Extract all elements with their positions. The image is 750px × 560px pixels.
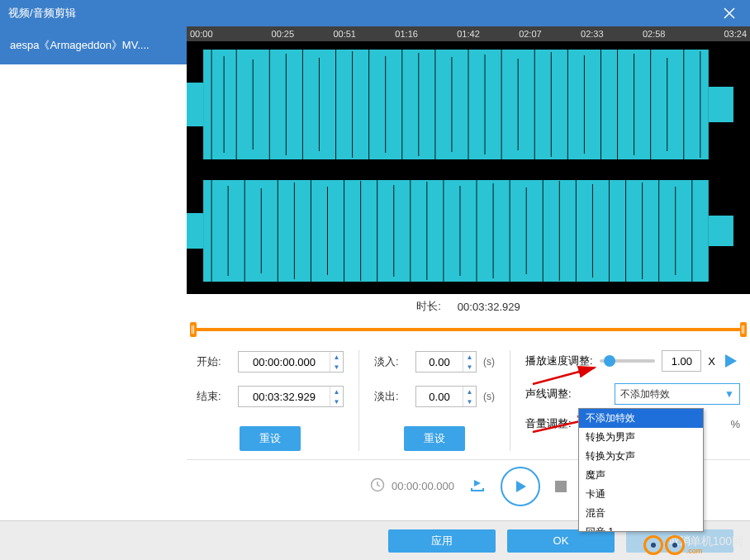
- spinner-down[interactable]: ▼: [463, 396, 476, 406]
- speed-label: 播放速度调整:: [525, 354, 593, 368]
- svg-rect-37: [203, 180, 709, 282]
- export-icon: [469, 477, 486, 493]
- spinner-down[interactable]: ▼: [463, 362, 476, 372]
- ruler-tick: 02:58: [623, 29, 685, 39]
- ruler-tick: 00:00: [190, 29, 252, 39]
- duration-value: 00:03:32.929: [458, 301, 520, 313]
- reset-time-button[interactable]: 重设: [240, 426, 301, 451]
- clock-icon: [370, 477, 385, 495]
- export-button[interactable]: [469, 477, 486, 496]
- voice-option[interactable]: 转换为男声: [579, 428, 703, 447]
- speed-x: X: [708, 355, 715, 368]
- start-time-input[interactable]: [239, 352, 330, 372]
- ruler-tick: 02:07: [499, 29, 561, 39]
- fadein-input[interactable]: [416, 352, 463, 372]
- fadeout-input[interactable]: [416, 387, 463, 406]
- voice-option[interactable]: 混音: [579, 504, 703, 523]
- duration-label: 时长:: [416, 299, 441, 314]
- chevron-down-icon: ▼: [724, 388, 734, 400]
- titlebar: 视频/音频剪辑: [0, 0, 750, 26]
- play-icon: [513, 479, 528, 494]
- spinner-down[interactable]: ▼: [330, 396, 343, 406]
- watermark: 单机100网 .com: [643, 535, 743, 555]
- ruler-tick: 00:51: [314, 29, 376, 39]
- ruler-tick: 00:25: [252, 29, 314, 39]
- end-time-input[interactable]: [239, 387, 330, 406]
- play-button[interactable]: [501, 467, 540, 506]
- voice-dropdown-list[interactable]: 不添加特效 转换为男声 转换为女声 魔声 卡通 混音 回音 1 回音 2: [578, 408, 704, 532]
- ruler-tick: 03:24: [685, 29, 747, 39]
- voice-option[interactable]: 转换为女声: [579, 447, 703, 466]
- fadeout-spinner[interactable]: ▲▼: [415, 386, 477, 407]
- sidebar: aespa《Armageddon》MV....: [0, 26, 187, 520]
- close-icon: [724, 7, 735, 19]
- voice-option[interactable]: 回音 1: [579, 523, 703, 532]
- ruler-tick: 02:33: [561, 29, 623, 39]
- ok-button[interactable]: OK: [507, 529, 615, 553]
- voice-label: 声线调整:: [525, 387, 600, 401]
- svg-marker-69: [725, 354, 737, 368]
- duration-display: 时长: 00:03:32.929: [187, 294, 750, 319]
- spinner-up[interactable]: ▲: [463, 352, 476, 362]
- fadein-spinner[interactable]: ▲▼: [415, 351, 477, 373]
- voice-option[interactable]: 卡通: [579, 485, 703, 504]
- range-track: [190, 328, 747, 331]
- range-handle-start[interactable]: [190, 322, 197, 337]
- reset-fade-button[interactable]: 重设: [404, 426, 465, 451]
- waveform-bottom: [187, 168, 750, 294]
- play-icon: [722, 352, 740, 370]
- svg-rect-1: [187, 83, 203, 126]
- fadein-unit: (s): [483, 356, 495, 368]
- speed-preview-button[interactable]: [722, 352, 740, 370]
- fadein-label: 淡入:: [374, 354, 409, 369]
- apply-button[interactable]: 应用: [388, 529, 496, 553]
- svg-rect-3: [709, 87, 733, 122]
- voice-dropdown[interactable]: 不添加特效 ▼: [615, 383, 740, 405]
- waveform-top: [187, 41, 750, 168]
- stop-button[interactable]: [555, 481, 567, 492]
- watermark-sub: .com: [686, 547, 743, 555]
- spinner-up[interactable]: ▲: [330, 387, 343, 396]
- start-label: 开始:: [197, 354, 231, 369]
- speed-slider-thumb[interactable]: [604, 355, 615, 367]
- ruler-tick: 01:42: [438, 29, 500, 39]
- end-label: 结束:: [197, 389, 231, 404]
- svg-rect-2: [203, 50, 709, 159]
- range-selector[interactable]: [190, 322, 747, 337]
- fadeout-unit: (s): [483, 391, 495, 402]
- svg-rect-38: [709, 216, 733, 246]
- end-time-spinner[interactable]: ▲▼: [238, 386, 344, 407]
- voice-option[interactable]: 魔声: [579, 466, 703, 485]
- spinner-up[interactable]: ▲: [463, 387, 476, 396]
- voice-option[interactable]: 不添加特效: [579, 409, 703, 428]
- sidebar-item-track[interactable]: aespa《Armageddon》MV....: [0, 26, 187, 64]
- start-time-spinner[interactable]: ▲▼: [238, 351, 344, 373]
- ruler-tick: 01:16: [376, 29, 438, 39]
- speed-input[interactable]: [662, 350, 701, 372]
- spinner-up[interactable]: ▲: [330, 352, 343, 362]
- fadeout-label: 淡出:: [374, 389, 409, 404]
- window-title: 视频/音频剪辑: [8, 6, 76, 21]
- spinner-down[interactable]: ▼: [330, 362, 343, 372]
- volume-percent: %: [730, 418, 740, 430]
- svg-rect-36: [187, 213, 203, 249]
- range-handle-end[interactable]: [740, 322, 747, 337]
- speed-slider[interactable]: [600, 359, 656, 363]
- svg-marker-72: [516, 481, 526, 492]
- playback-time-value: 00:00:00.000: [392, 480, 454, 492]
- close-button[interactable]: [717, 1, 742, 26]
- svg-marker-71: [474, 480, 481, 486]
- watermark-text: 单机100网: [690, 535, 743, 547]
- waveform-display[interactable]: [187, 41, 750, 294]
- voice-selected: 不添加特效: [620, 387, 670, 401]
- time-ruler[interactable]: 00:00 00:25 00:51 01:16 01:42 02:07 02:3…: [187, 26, 750, 41]
- playback-time: 00:00:00.000: [370, 477, 454, 495]
